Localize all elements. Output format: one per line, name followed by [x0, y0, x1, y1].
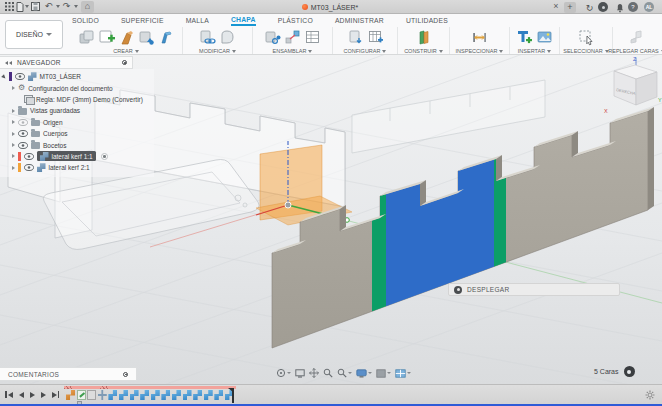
timeline-end-marker[interactable]	[232, 388, 234, 403]
close-tab-icon[interactable]: ×	[550, 1, 562, 11]
config-table-icon[interactable]	[367, 29, 384, 46]
configure-doc-icon[interactable]	[347, 29, 364, 46]
document-tab[interactable]: MT03_LÁSER*	[230, 0, 430, 14]
tree-item-root[interactable]: MT03_LÁSER	[0, 71, 154, 82]
tree-item-lateral-kerf-2[interactable]: lateral kerf 2:1	[0, 162, 154, 173]
tree-item-document-settings[interactable]: ⚙ Configuración del documento	[0, 82, 154, 93]
construction-plane-icon[interactable]	[415, 29, 432, 46]
visibility-eye-icon[interactable]	[18, 119, 28, 126]
select-cursor-icon[interactable]	[578, 29, 595, 46]
measure-icon[interactable]	[471, 29, 488, 46]
tab-solido[interactable]: SOLIDO	[72, 17, 99, 25]
look-at-icon[interactable]	[295, 369, 305, 378]
selected-tree-item[interactable]: lateral kerf 1:1	[37, 151, 96, 161]
tree-item-origin[interactable]: Origen	[0, 117, 154, 128]
timeline-feature-move-icon[interactable]	[98, 390, 107, 400]
notifications-bell-icon[interactable]	[613, 2, 626, 14]
extensions-icon[interactable]	[598, 2, 608, 12]
browser-options-icon[interactable]	[122, 60, 127, 65]
zoom-window-icon[interactable]	[337, 368, 352, 378]
tree-item-sketches[interactable]: Bocetos	[0, 139, 154, 150]
tab-malla[interactable]: MALLA	[186, 17, 209, 25]
workspace-selector[interactable]: DISEÑO	[5, 20, 63, 49]
bend-icon[interactable]	[138, 29, 155, 46]
timeline-feature-flange-blue-icon[interactable]	[193, 390, 202, 400]
play-button[interactable]	[30, 392, 35, 398]
modify-link-icon[interactable]	[199, 29, 216, 46]
help-icon[interactable]: ?	[628, 2, 638, 12]
timeline-feature-flange-orange-icon[interactable]	[66, 390, 75, 400]
timeline-feature-flange-blue-icon[interactable]	[151, 390, 160, 400]
parameters-table-icon[interactable]	[304, 29, 321, 46]
go-to-start-button[interactable]	[5, 391, 13, 398]
insert-image-icon[interactable]	[536, 29, 553, 46]
timeline-feature-flange-blue-icon[interactable]	[119, 390, 128, 400]
display-settings-icon[interactable]	[356, 369, 372, 378]
save-icon[interactable]	[29, 1, 42, 13]
timeline-feature-flange-blue-icon[interactable]	[140, 390, 149, 400]
expander-icon[interactable]	[12, 109, 15, 113]
timeline-feature-derive-icon[interactable]	[87, 390, 96, 400]
step-forward-button[interactable]	[41, 392, 46, 398]
visibility-eye-icon[interactable]	[18, 142, 28, 149]
bend-solid-icon[interactable]	[158, 29, 175, 46]
redo-caret-icon[interactable]	[74, 5, 78, 8]
expander-icon[interactable]	[12, 166, 15, 170]
timeline-feature-flange-blue-icon[interactable]	[108, 390, 117, 400]
refold-faces-icon[interactable]	[628, 29, 645, 46]
timeline-feature-flange-blue-icon[interactable]	[204, 390, 213, 400]
group-label-inspeccionar[interactable]: INSPECCIONAR	[456, 48, 504, 54]
file-menu-icon[interactable]	[16, 1, 29, 13]
tree-item-bodies[interactable]: Cuerpos	[0, 128, 154, 139]
tree-item-sheet-rule[interactable]: Regla: MDF (3mm) Demo (Convertir)	[0, 94, 154, 105]
new-component-icon[interactable]	[264, 29, 281, 46]
viewport-3d[interactable]: Z DERECHA X Y NAVEGADOR MT03_LÁSER	[0, 55, 662, 384]
browser-header[interactable]: NAVEGADOR	[0, 56, 133, 69]
timeline-feature-flange-blue-icon[interactable]	[183, 390, 192, 400]
expander-icon[interactable]	[12, 86, 15, 90]
new-tab-icon[interactable]: +	[564, 2, 576, 13]
undo-icon[interactable]: ↶	[42, 1, 55, 13]
tab-superficie[interactable]: SUPERFICIE	[121, 17, 164, 25]
group-label-crear[interactable]: CREAR	[113, 48, 138, 54]
app-menu-icon[interactable]	[3, 1, 16, 13]
timeline-track[interactable]	[64, 386, 242, 404]
joint-icon[interactable]	[284, 29, 301, 46]
insert-text-icon[interactable]	[516, 29, 533, 46]
form-icon[interactable]	[219, 29, 236, 46]
grid-settings-icon[interactable]	[376, 369, 391, 378]
group-label-ensamblar[interactable]: ENSAMBLAR	[273, 48, 313, 54]
tab-chapa[interactable]: CHAPA	[231, 16, 256, 26]
tree-item-lateral-kerf-1[interactable]: lateral kerf 1:1	[0, 151, 154, 162]
flange-icon[interactable]	[118, 29, 135, 46]
sync-status-icon[interactable]: ↻	[583, 2, 596, 14]
tab-plastico[interactable]: PLÁSTICO	[278, 17, 313, 25]
tab-administrar[interactable]: ADMINISTRAR	[335, 17, 384, 25]
group-label-configurar[interactable]: CONFIGURAR	[344, 48, 387, 54]
comments-options-icon[interactable]	[123, 372, 128, 377]
visibility-eye-icon[interactable]	[18, 130, 28, 137]
group-label-replegar-caras[interactable]: REPLEGAR CARAS	[608, 48, 662, 54]
expander-icon[interactable]	[12, 132, 15, 136]
create-sketch-icon[interactable]	[98, 29, 115, 46]
unfold-command-bar[interactable]: DESPLEGAR	[448, 283, 620, 296]
expander-icon[interactable]	[12, 120, 15, 124]
home-icon[interactable]: ⌂	[81, 1, 94, 13]
viewports-icon[interactable]	[395, 369, 411, 378]
orbit-icon[interactable]	[276, 368, 291, 378]
timeline-feature-flange-blue-icon[interactable]	[130, 390, 139, 400]
tab-utilidades[interactable]: UTILIDADES	[406, 17, 448, 25]
zoom-icon[interactable]	[323, 368, 333, 378]
timeline-feature-flange-blue-icon[interactable]	[214, 390, 223, 400]
group-label-construir[interactable]: CONSTRUIR	[404, 48, 443, 54]
step-back-button[interactable]	[19, 392, 24, 398]
expander-icon[interactable]	[12, 143, 15, 147]
timeline-feature-sketch-icon[interactable]	[77, 390, 86, 400]
expander-icon[interactable]	[1, 74, 7, 80]
collapse-panel-icon[interactable]	[5, 61, 13, 65]
group-label-modificar[interactable]: MODIFICAR	[199, 48, 236, 54]
tree-item-named-views[interactable]: Vistas guardadas	[0, 105, 154, 116]
viewcube[interactable]: Z DERECHA X Y	[604, 56, 662, 114]
avatar[interactable]: AL	[644, 2, 654, 12]
timeline-settings-gear-icon[interactable]	[645, 390, 655, 400]
